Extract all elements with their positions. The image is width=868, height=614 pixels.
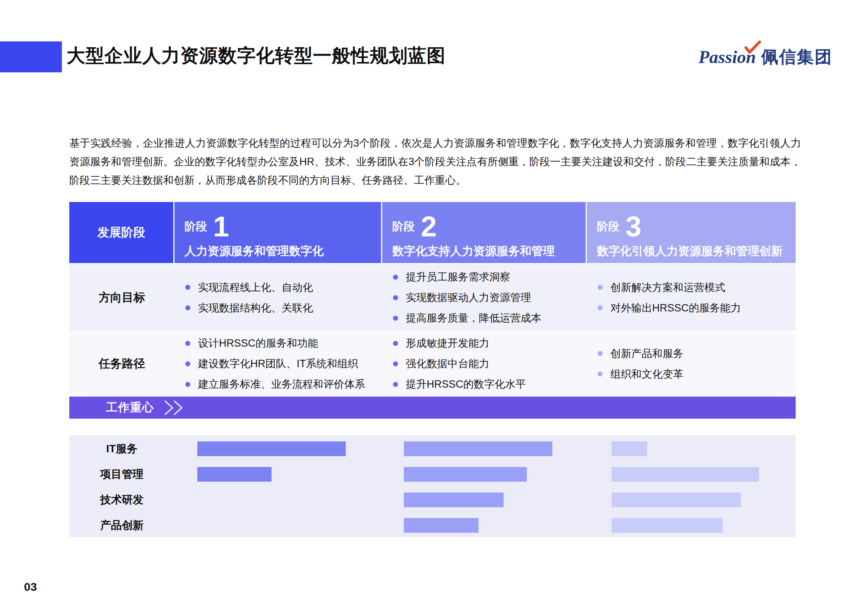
gantt-row-label: 技术研发 xyxy=(69,487,174,513)
gantt-bar xyxy=(197,441,346,456)
tasks-row: 任务路径 设计HRSSC的服务和功能建设数字化HR团队、IT系统和组织建立服务标… xyxy=(69,331,796,395)
gantt-row-label: IT服务 xyxy=(69,436,174,462)
gantt-bar xyxy=(612,441,647,456)
gantt-bar xyxy=(612,493,741,507)
bullet-text: 实现流程线上化、自动化 xyxy=(198,280,313,294)
stage-2-goals: 提升员工服务需求洞察实现数据驱动人力资源管理提高服务质量，降低运营成本 xyxy=(382,264,587,331)
bullet-dot-icon xyxy=(185,285,190,290)
corner-cell: 发展阶段 xyxy=(69,202,174,263)
bullet-dot-icon xyxy=(598,351,603,356)
stage-2-title: 阶段 2 xyxy=(392,212,586,241)
focus-band: 工作重心 xyxy=(69,395,796,419)
gantt-chart: IT服务项目管理技术研发产品创新 xyxy=(69,435,796,537)
bullet-item: 提升HRSSC的数字化水平 xyxy=(393,377,587,391)
page-number: 03 xyxy=(24,580,37,593)
gantt-bar xyxy=(197,467,272,482)
gantt-bar xyxy=(404,441,552,456)
bullet-dot-icon xyxy=(598,371,603,376)
stage-3-header: 阶段 3 数字化引领人力资源服务和管理创新 xyxy=(587,202,796,263)
stage-2-header: 阶段 2 数字化支持人力资源服务和管理 xyxy=(382,202,587,263)
bullet-item: 组织和文化变革 xyxy=(598,367,796,381)
bullet-dot-icon xyxy=(185,361,190,366)
bullet-dot-icon xyxy=(393,316,398,321)
brand-checkmark-icon xyxy=(744,41,761,54)
gantt-bar xyxy=(404,518,478,533)
bullet-text: 提升员工服务需求洞察 xyxy=(406,270,510,284)
table-header-row: 发展阶段 阶段 1 人力资源服务和管理数字化 阶段 2 数字化支持人力资源服务和… xyxy=(69,202,796,263)
gantt-row: 技术研发 xyxy=(69,487,796,513)
bullet-dot-icon xyxy=(185,341,190,346)
bullet-text: 形成敏捷开发能力 xyxy=(406,336,489,350)
bullet-item: 对外输出HRSSC的服务能力 xyxy=(598,301,796,315)
bullet-text: 提高服务质量，降低运营成本 xyxy=(406,311,542,325)
gantt-row: 产品创新 xyxy=(69,513,796,538)
bullet-dot-icon xyxy=(598,285,603,290)
intro-paragraph: 基于实践经验，企业推进人力资源数字化转型的过程可以分为3个阶段，依次是人力资源服… xyxy=(69,134,801,190)
bullet-dot-icon xyxy=(393,361,398,366)
bullet-dot-icon xyxy=(393,295,398,300)
goals-row-label: 方向目标 xyxy=(69,264,174,331)
stage-1-number: 1 xyxy=(213,212,229,241)
title-accent-block xyxy=(0,41,62,72)
bullet-item: 创新解决方案和运营模式 xyxy=(598,280,796,294)
bullet-text: 对外输出HRSSC的服务能力 xyxy=(610,301,741,315)
bullet-item: 设计HRSSC的服务和功能 xyxy=(185,336,382,350)
bullet-dot-icon xyxy=(393,275,398,280)
brand-wordmark-en: Passion xyxy=(699,47,756,67)
bullet-text: 实现数据结构化、关联化 xyxy=(198,301,313,315)
gantt-bar xyxy=(404,493,504,507)
bullet-item: 实现流程线上化、自动化 xyxy=(185,280,382,294)
gantt-row: 项目管理 xyxy=(69,462,796,487)
bullet-text: 创新解决方案和运营模式 xyxy=(610,280,725,294)
gantt-bar xyxy=(612,518,723,533)
stage-1-goals: 实现流程线上化、自动化实现数据结构化、关联化 xyxy=(174,264,382,331)
bullet-item: 实现数据结构化、关联化 xyxy=(185,301,382,315)
bullet-dot-icon xyxy=(598,305,603,310)
gantt-row-label: 产品创新 xyxy=(69,513,174,538)
blueprint-table: 发展阶段 阶段 1 人力资源服务和管理数字化 阶段 2 数字化支持人力资源服务和… xyxy=(69,202,796,537)
stage-3-tasks: 创新产品和服务组织和文化变革 xyxy=(587,332,796,395)
bullet-dot-icon xyxy=(393,341,398,346)
page-title: 大型企业人力资源数字化转型一般性规划蓝图 xyxy=(67,43,446,68)
stage-3-goals: 创新解决方案和运营模式对外输出HRSSC的服务能力 xyxy=(587,264,796,331)
stage-1-title: 阶段 1 xyxy=(185,212,381,241)
gantt-row-label: 项目管理 xyxy=(69,462,174,487)
stage-word: 阶段 xyxy=(392,219,415,234)
stage-3-subtitle: 数字化引领人力资源服务和管理创新 xyxy=(597,243,796,259)
bullet-text: 建立服务标准、业务流程和评价体系 xyxy=(198,377,365,391)
stage-2-tasks: 形成敏捷开发能力强化数据中台能力提升HRSSC的数字化水平 xyxy=(382,332,587,395)
bullet-text: 实现数据驱动人力资源管理 xyxy=(406,291,531,304)
bullet-text: 提升HRSSC的数字化水平 xyxy=(406,377,526,391)
bullet-text: 创新产品和服务 xyxy=(610,347,683,361)
bullet-text: 建设数字化HR团队、IT系统和组织 xyxy=(198,357,358,371)
stage-word: 阶段 xyxy=(597,219,619,234)
stage-1-header: 阶段 1 人力资源服务和管理数字化 xyxy=(174,202,382,263)
gantt-gap xyxy=(69,419,796,435)
gantt-row: IT服务 xyxy=(69,436,796,462)
bullet-item: 建立服务标准、业务流程和评价体系 xyxy=(185,377,382,391)
bullet-text: 设计HRSSC的服务和功能 xyxy=(198,336,318,350)
brand-logo: Passion 佩信集团 xyxy=(699,43,832,70)
bullet-item: 建设数字化HR团队、IT系统和组织 xyxy=(185,357,382,371)
stage-3-title: 阶段 3 xyxy=(597,212,796,241)
bullet-item: 提高服务质量，降低运营成本 xyxy=(393,311,587,325)
focus-band-label: 工作重心 xyxy=(106,400,154,416)
bullet-text: 强化数据中台能力 xyxy=(406,357,489,371)
double-chevron-icon xyxy=(162,400,186,416)
goals-row: 方向目标 实现流程线上化、自动化实现数据结构化、关联化 提升员工服务需求洞察实现… xyxy=(69,263,796,331)
bullet-item: 强化数据中台能力 xyxy=(393,357,587,371)
bullet-item: 实现数据驱动人力资源管理 xyxy=(393,291,587,304)
tasks-row-label: 任务路径 xyxy=(69,332,174,395)
bullet-dot-icon xyxy=(393,382,398,387)
stage-3-number: 3 xyxy=(625,212,641,241)
bullet-dot-icon xyxy=(185,305,190,310)
bullet-text: 组织和文化变革 xyxy=(610,367,683,381)
gantt-bar xyxy=(612,467,759,482)
bullet-item: 形成敏捷开发能力 xyxy=(393,336,587,350)
stage-word: 阶段 xyxy=(185,219,207,234)
bullet-item: 提升员工服务需求洞察 xyxy=(393,270,587,284)
gantt-bar xyxy=(404,467,527,482)
stage-1-tasks: 设计HRSSC的服务和功能建设数字化HR团队、IT系统和组织建立服务标准、业务流… xyxy=(174,332,382,395)
bullet-item: 创新产品和服务 xyxy=(598,347,796,361)
brand-wordmark-cn: 佩信集团 xyxy=(761,46,832,68)
